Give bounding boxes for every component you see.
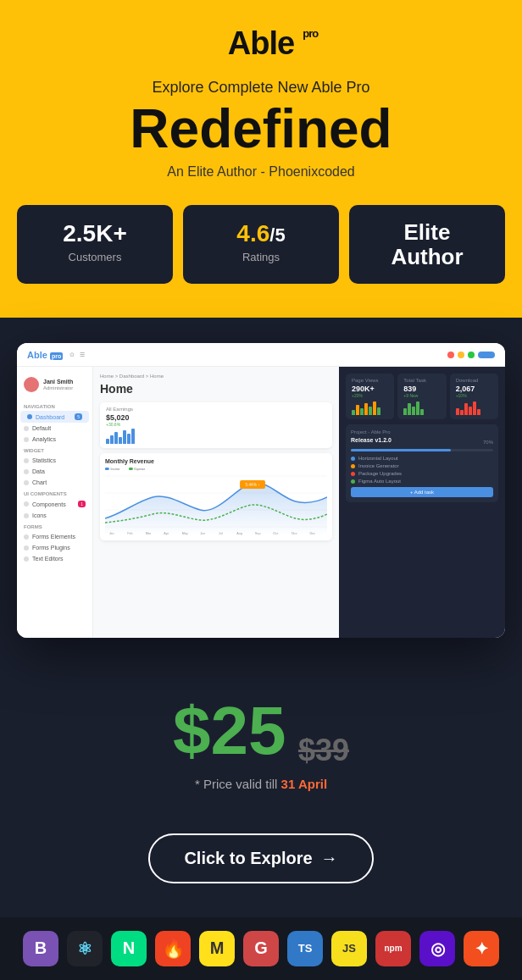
progress-bar [351, 449, 493, 451]
nav-item-components[interactable]: Components 1 [17, 498, 92, 510]
total-task-sub: +9 New [403, 393, 440, 398]
nav-dot [24, 458, 29, 463]
dash-role: Administrator [43, 385, 73, 390]
svg-text:Nov: Nov [292, 531, 297, 535]
nav-dot [27, 414, 32, 419]
download-label: Download [456, 378, 492, 383]
max-dot [468, 352, 475, 358]
nav-item-text-editors[interactable]: Text Editors [17, 553, 92, 564]
earnings-sub: +30.6% [106, 422, 326, 427]
nav-dot [24, 469, 29, 474]
svg-text:Jan: Jan [109, 531, 114, 535]
customers-label: Customers [36, 251, 154, 263]
stat-cards: 2.5K+ Customers 4.6/5 Ratings EliteAutho… [17, 205, 505, 284]
earnings-chart [106, 429, 326, 444]
hero-author: An Elite Author - Phoenixcoded [17, 164, 505, 180]
dash-body: Jani Smith Administrator NAVIGATION Dash… [17, 367, 505, 638]
stat-all-earnings: All Earnings $5,020 +30.6% [100, 402, 332, 448]
nav-item-data[interactable]: Data [17, 466, 92, 477]
cta-button[interactable]: Click to Explore → [148, 833, 373, 883]
nav-dot [24, 480, 29, 485]
dashboard-preview: Able pro ⊙ ☰ Jani Smith Administrator [17, 343, 505, 638]
svg-text:Jul: Jul [219, 531, 223, 535]
tech-icon-mailchimp: M [199, 931, 235, 966]
task-2: Invoice Generator [351, 463, 493, 468]
stat-page-views: Page Views 290K+ +20% [346, 374, 394, 419]
nav-item-analytics[interactable]: Analytics [17, 434, 92, 445]
dash-main-inner: Home > Dashboard > Home Home All Earning… [93, 367, 505, 638]
nav-dot [24, 545, 29, 551]
pricing-section: $25 $39 * Price valid till 31 April [0, 663, 522, 817]
tech-icon-npm: npm [375, 931, 411, 966]
dash-stats-row: All Earnings $5,020 +30.6% [100, 402, 332, 448]
task-dot-1 [351, 457, 355, 461]
svg-text:Income: Income [111, 468, 120, 471]
dash-chrome: Able pro ⊙ ☰ [17, 343, 505, 367]
task-label-4: Figma Auto Layout [358, 479, 401, 484]
nav-item-default[interactable]: Default [17, 423, 92, 434]
ratings-value: 4.6/5 [202, 220, 320, 247]
nav-label-forms: FORMS [17, 521, 92, 531]
page-views-chart [352, 400, 388, 415]
svg-text:Expense: Expense [135, 468, 146, 471]
dash-sidebar: Jani Smith Administrator NAVIGATION Dash… [17, 367, 93, 638]
stat-card-ratings: 4.6/5 Ratings [183, 205, 339, 284]
task-1: Horizontal Layout [351, 456, 493, 461]
dash-breadcrumb: Home > Dashboard > Home [100, 374, 332, 379]
cta-arrow-icon: → [321, 849, 338, 868]
nav-item-forms-plugins[interactable]: Forms Plugins [17, 542, 92, 553]
dash-avatar [24, 377, 39, 392]
svg-text:Feb: Feb [127, 531, 132, 535]
logo-area: Ablepro [17, 25, 505, 62]
total-task-chart [403, 400, 440, 415]
nav-item-dashboard[interactable]: Dashboard 5 [20, 411, 89, 423]
tech-icon-codeigniter: 🔥 [155, 931, 191, 966]
price-note-text: * Price valid till [195, 777, 278, 791]
page-views-sub: +20% [352, 393, 388, 398]
dash-logo: Able pro [27, 350, 63, 360]
dash-search-icon: ⊙ [69, 352, 75, 358]
svg-text:Aug: Aug [236, 531, 242, 535]
hero-title: Redefined [17, 102, 505, 156]
svg-text:Mar: Mar [146, 531, 152, 535]
nav-dot [24, 437, 29, 442]
monthly-title: Monthly Revenue [105, 458, 327, 464]
download-sub: +10% [456, 393, 492, 398]
svg-text:Jun: Jun [200, 531, 205, 535]
task-label-2: Invoice Generator [358, 463, 399, 468]
tech-icon-javascript: JS [331, 931, 367, 966]
price-current: $25 [173, 697, 286, 765]
project-progress-label: 70% [483, 440, 493, 445]
logo-pro: pro [303, 27, 318, 40]
nav-dot [24, 426, 29, 431]
tech-bar: B ⚛ N 🔥 M G TS JS npm ◎ ✦ [0, 917, 522, 980]
nav-item-chart[interactable]: Chart [17, 477, 92, 488]
download-chart [456, 400, 492, 415]
task-dot-3 [351, 472, 355, 476]
customers-value: 2.5K+ [36, 220, 154, 247]
svg-rect-20 [129, 468, 133, 470]
svg-text:Apr: Apr [164, 531, 169, 535]
stat-card-customers: 2.5K+ Customers [17, 205, 173, 284]
tech-icon-bootstrap: B [23, 931, 58, 966]
task-4: Figma Auto Layout [351, 479, 493, 484]
svg-text:Dec: Dec [309, 531, 315, 535]
dash-user: Jani Smith Administrator [17, 374, 92, 396]
page-views-label: Page Views [352, 378, 388, 383]
nav-item-icons[interactable]: Icons [17, 510, 92, 521]
task-label-1: Horizontal Layout [358, 456, 398, 461]
min-dot [458, 352, 464, 358]
tech-icon-typescript: TS [287, 931, 323, 966]
user-dot [478, 352, 495, 358]
dash-monthly: Monthly Revenue [100, 453, 332, 540]
svg-text:Sep: Sep [255, 531, 261, 535]
tech-icon-gulp: G [243, 931, 279, 966]
price-note: * Price valid till 31 April [17, 777, 505, 791]
total-task-value: 839 [403, 385, 440, 393]
nav-item-form-elements[interactable]: Forms Elements [17, 531, 92, 542]
price-display: $25 $39 [17, 697, 505, 768]
logo: Ablepro [228, 25, 294, 62]
nav-item-statistics[interactable]: Statistics [17, 455, 92, 466]
nav-dot [24, 556, 29, 562]
add-task-button[interactable]: + Add task [351, 487, 493, 497]
